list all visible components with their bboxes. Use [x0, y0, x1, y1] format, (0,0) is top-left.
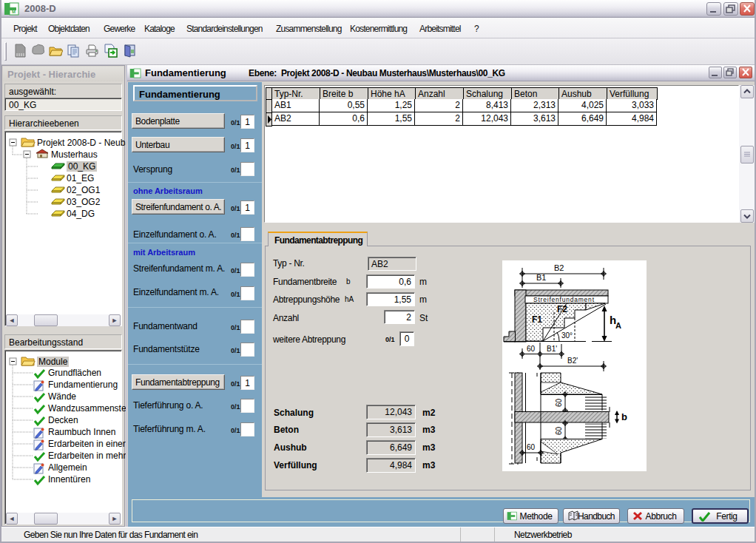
- svg-text:b: b: [621, 411, 627, 422]
- svg-text:F1: F1: [532, 314, 542, 325]
- svg-text:B2: B2: [554, 263, 564, 272]
- svg-text:30°: 30°: [561, 331, 573, 340]
- svg-text:F2: F2: [557, 304, 567, 314]
- svg-text:60: 60: [555, 398, 563, 407]
- svg-text:B2': B2': [567, 357, 578, 365]
- svg-text:60: 60: [555, 426, 563, 435]
- svg-text:60: 60: [527, 443, 536, 451]
- svg-text:60: 60: [527, 345, 536, 353]
- svg-text:B1': B1': [547, 345, 557, 353]
- svg-text:M: M: [12, 10, 16, 14]
- svg-text:A: A: [615, 321, 621, 330]
- svg-text:Streifenfundament: Streifenfundament: [533, 296, 595, 303]
- svg-text:B1: B1: [536, 273, 546, 282]
